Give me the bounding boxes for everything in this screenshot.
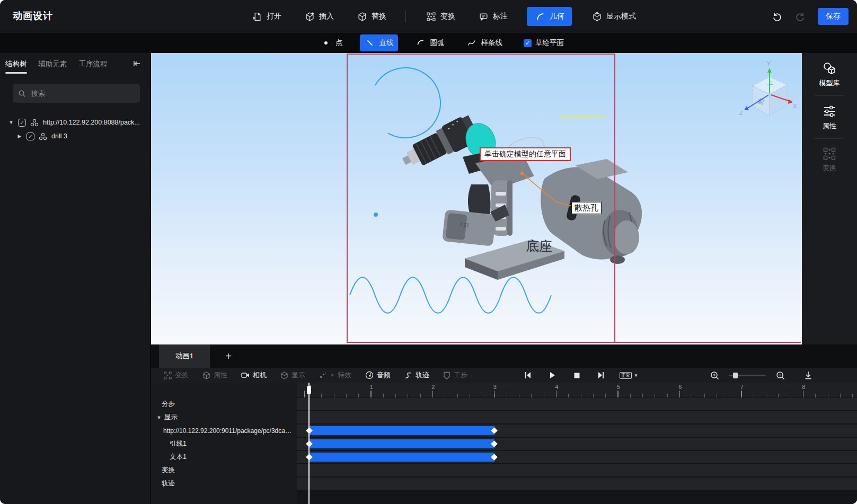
track-group-display[interactable]: ▼ 显示 [156, 411, 178, 424]
step-forward-icon[interactable] [595, 369, 607, 381]
search-input[interactable] [30, 89, 126, 98]
track-lane[interactable] [297, 451, 857, 463]
replace-button[interactable]: 替换 [353, 7, 390, 26]
track-item-text1[interactable]: 文本1 [170, 450, 187, 464]
timeline-ruler[interactable]: 0 1 2 3 4 5 6 7 8 [297, 383, 857, 397]
track-group-transform[interactable]: 变换 [162, 464, 175, 477]
timeline-panel: 动画1 + 变换 属性 相机 显示 ▼ 特效 [151, 344, 857, 504]
canvas-tooltip: 单击确定模型的任意平面 [480, 147, 571, 161]
view-cube[interactable]: 上 前 Y Z X [739, 60, 797, 116]
point-tool-button[interactable]: 点 [316, 34, 347, 51]
play-mode-dropdown[interactable]: 正常 ▼ [620, 372, 638, 379]
tree-checkbox[interactable]: ✓ [26, 132, 34, 140]
tl-step-button[interactable]: 工步 [443, 370, 467, 380]
timeline-zoom-slider[interactable] [729, 375, 766, 376]
caret-down-icon: ▼ [634, 373, 638, 378]
tl-properties-button[interactable]: 属性 [202, 370, 227, 380]
model-library-icon [823, 61, 836, 75]
geometry-arc-icon [534, 11, 546, 22]
spline-tool-button[interactable]: 样条线 [462, 34, 507, 51]
play-icon[interactable] [546, 369, 558, 381]
tl-transform-button[interactable]: 变换 [164, 370, 189, 380]
axis-z-label: Z [739, 110, 743, 116]
tab-process[interactable]: 工序流程 [79, 59, 108, 74]
caret-down-icon[interactable]: ▼ [8, 120, 14, 125]
track-item-model[interactable]: http://10.122.92.200:9011/package/pc/3dc… [163, 424, 295, 437]
track-group-steps[interactable]: 分步 [162, 397, 175, 411]
ruler-tick-label: 8 [802, 384, 805, 390]
tree-row-drill[interactable]: ▶ ✓ drill 3 [8, 129, 146, 143]
point-label: 点 [335, 38, 343, 48]
add-animation-button[interactable]: + [218, 344, 239, 368]
caret-down-icon[interactable]: ▼ [156, 415, 162, 420]
right-dock: 模型库 属性 变换 [802, 53, 857, 344]
playhead-handle[interactable] [307, 386, 311, 394]
tree-checkbox[interactable]: ✓ [18, 119, 26, 127]
tl-audio-button[interactable]: 音频 [365, 370, 391, 380]
animation-tab[interactable]: 动画1 [159, 344, 210, 368]
zoom-slider-handle[interactable] [733, 373, 738, 378]
tab-auxiliary[interactable]: 辅助元素 [39, 59, 67, 74]
annotate-button[interactable]: 标注 [474, 7, 511, 26]
keyframe-bar-leader1[interactable] [309, 439, 494, 448]
panel-tabs: 结构树 辅助元素 工序流程 [5, 59, 108, 74]
sketch-plane-toggle[interactable]: ✓ 草绘平面 [519, 36, 568, 50]
undo-icon[interactable] [771, 11, 783, 22]
timeline-grid[interactable]: 0 1 2 3 4 5 6 7 8 [297, 383, 857, 504]
track-lane[interactable] [297, 398, 857, 410]
dock-transform[interactable]: 变换 [802, 139, 857, 180]
structure-panel: 结构树 辅助元素 工序流程 ▼ ✓ http://10.122.92.200:8… [0, 53, 150, 504]
tl-camera-button[interactable]: 相机 [241, 370, 267, 380]
geometry-button[interactable]: 几何 [527, 7, 572, 26]
track-item-leader1[interactable]: 引线1 [170, 437, 187, 450]
track-label: 文本1 [170, 453, 187, 462]
tree-root-label: http://10.122.92.200:8088/pack... [43, 119, 140, 126]
annotation-text-label[interactable]: 散热孔 [571, 202, 602, 214]
track-group-trajectory[interactable]: 轨迹 [162, 477, 175, 490]
keyframe-bar-model[interactable] [309, 426, 494, 435]
save-button[interactable]: 保存 [818, 8, 849, 25]
assembly-icon [30, 119, 39, 127]
spline-label: 样条线 [481, 38, 503, 48]
checkbox-checked-icon[interactable]: ✓ [524, 39, 532, 47]
track-lane[interactable] [297, 464, 857, 476]
step-back-icon[interactable] [522, 369, 534, 381]
zoom-in-icon[interactable] [709, 369, 720, 381]
zoom-out-icon[interactable] [774, 369, 786, 381]
track-label: http://10.122.92.200:9011/package/pc/3dc… [163, 427, 291, 435]
track-lane[interactable] [297, 478, 857, 490]
arc-icon [415, 37, 427, 49]
arc-tool-button[interactable]: 圆弧 [411, 34, 449, 51]
dock-model-library[interactable]: 模型库 [802, 53, 857, 95]
base-text-label[interactable]: 底座 [526, 237, 552, 255]
tl-display-button[interactable]: 显示 [280, 370, 305, 380]
redo-icon[interactable] [794, 11, 806, 22]
caret-right-icon[interactable]: ▶ [17, 134, 22, 139]
tl-effects-button[interactable]: ▼ 特效 [319, 370, 351, 380]
track-lane[interactable] [297, 438, 857, 450]
track-lane[interactable] [297, 425, 857, 437]
track-label: 分步 [162, 400, 175, 409]
export-download-icon[interactable] [804, 368, 812, 383]
playhead[interactable] [308, 383, 310, 504]
search-box[interactable] [13, 84, 140, 103]
viewport-3d[interactable]: 12 V [151, 53, 802, 344]
play-mode-value: 正常 [620, 372, 632, 379]
properties-sliders-icon [823, 104, 836, 118]
tree-row-root[interactable]: ▼ ✓ http://10.122.92.200:8088/pack... [8, 116, 146, 129]
insert-button[interactable]: 插入 [301, 7, 337, 26]
open-button[interactable]: 打开 [248, 7, 285, 26]
track-lane[interactable] [297, 411, 857, 423]
tab-structure-tree[interactable]: 结构树 [5, 59, 27, 74]
replace-label: 替换 [372, 12, 386, 21]
tl-track-button[interactable]: 轨迹 [404, 370, 429, 380]
track-label: 轨迹 [162, 479, 175, 488]
dock-properties[interactable]: 属性 [802, 96, 857, 138]
stop-icon[interactable] [571, 369, 582, 381]
keyframe-bar-text1[interactable] [309, 453, 494, 462]
transform-dots-icon [823, 147, 836, 160]
line-tool-button[interactable]: 直线 [360, 34, 398, 51]
collapse-panel-icon[interactable] [132, 59, 142, 68]
transform-button[interactable]: 变换 [422, 7, 458, 26]
display-mode-button[interactable]: 显示模式 [588, 7, 639, 26]
